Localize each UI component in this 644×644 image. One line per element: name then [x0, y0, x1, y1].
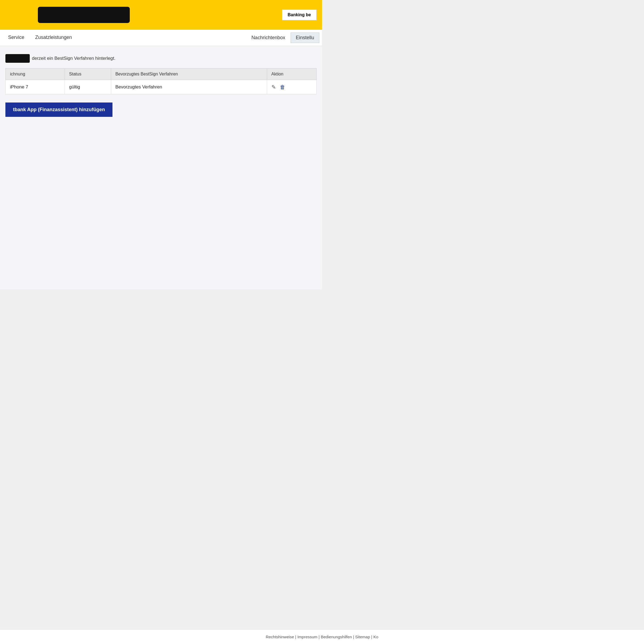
banking-button[interactable]: Banking be [282, 9, 317, 20]
nav-item-zusatzleistungen[interactable]: Zusatzleistungen [30, 30, 77, 46]
table-row: iPhone 7 gültig Bevorzugtes Verfahren ✎ … [6, 80, 317, 94]
cell-bezeichnung: iPhone 7 [6, 80, 65, 94]
nav-item-nachrichtenbox[interactable]: Nachrichtenbox [246, 30, 291, 45]
delete-icon[interactable]: 🗑 [280, 84, 285, 90]
header-logo-redacted [38, 7, 130, 23]
nav-item-einstellungen[interactable]: Einstellu [291, 32, 319, 43]
info-redacted-block [5, 54, 30, 63]
add-app-button[interactable]: tbank App (Finanzassistent) hinzufügen [5, 102, 112, 117]
navigation: Service Zusatzleistungen Nachrichtenbox … [0, 30, 322, 46]
cell-status: gültig [65, 80, 111, 94]
action-icons: ✎ 🗑 [271, 84, 312, 90]
info-row: derzeit ein BestSign Verfahren hinterleg… [5, 54, 317, 63]
nav-item-service[interactable]: Service [3, 30, 30, 46]
bestsign-table: ichnung Status Bevorzugtes BestSign Verf… [5, 68, 317, 94]
col-status: Status [65, 68, 111, 80]
table-header-row: ichnung Status Bevorzugtes BestSign Verf… [6, 68, 317, 80]
edit-icon[interactable]: ✎ [271, 84, 276, 90]
header: Banking be [0, 0, 322, 30]
cell-verfahren: Bevorzugtes Verfahren [111, 80, 267, 94]
col-aktion: Aktion [267, 68, 316, 80]
main-content: derzeit ein BestSign Verfahren hinterleg… [0, 46, 322, 289]
cell-aktion: ✎ 🗑 [267, 80, 316, 94]
col-verfahren: Bevorzugtes BestSign Verfahren [111, 68, 267, 80]
col-bezeichnung: ichnung [6, 68, 65, 80]
info-text: derzeit ein BestSign Verfahren hinterleg… [32, 56, 115, 61]
